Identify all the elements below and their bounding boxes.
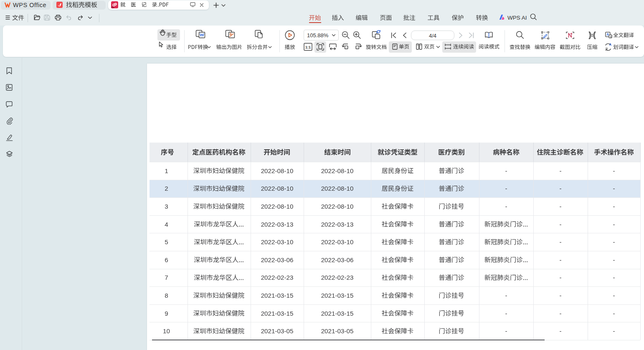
svg-text:1:1: 1:1 [305,45,311,49]
